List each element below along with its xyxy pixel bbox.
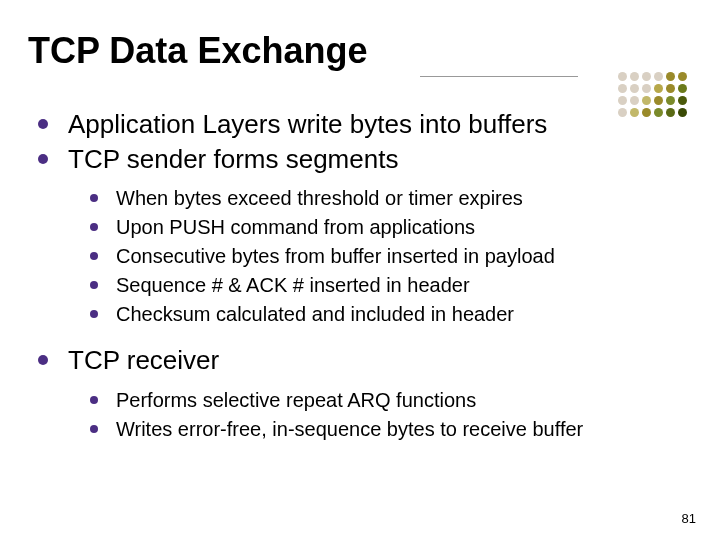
content-area: Application Layers write bytes into buff… [36,108,676,451]
slide-title: TCP Data Exchange [28,30,367,72]
bullet-item: TCP sender forms segments When bytes exc… [36,143,676,329]
bullet-item: TCP receiver Performs selective repeat A… [36,344,676,443]
sub-bullet-item: Writes error-free, in-sequence bytes to … [88,416,676,443]
bullet-list: Application Layers write bytes into buff… [36,108,676,443]
decor-dot [654,96,663,105]
sub-bullet-item: Performs selective repeat ARQ functions [88,387,676,414]
decor-dot [666,84,675,93]
sub-bullet-text: Upon PUSH command from applications [116,216,475,238]
sub-bullet-text: Consecutive bytes from buffer inserted i… [116,245,555,267]
decor-dot [642,72,651,81]
sub-bullet-text: Checksum calculated and included in head… [116,303,514,325]
slide: TCP Data Exchange Application Layers wri… [0,0,720,540]
decor-dot [630,96,639,105]
decor-dot [630,72,639,81]
sub-bullet-text: Performs selective repeat ARQ functions [116,389,476,411]
decor-dot [678,72,687,81]
sub-bullet-list: Performs selective repeat ARQ functions … [68,387,676,443]
decor-dot [618,72,627,81]
decor-dot [678,84,687,93]
decor-dot [678,108,687,117]
spacer [36,336,676,342]
sub-bullet-item: Upon PUSH command from applications [88,214,676,241]
decor-dot [654,72,663,81]
bullet-text: TCP receiver [68,345,219,375]
bullet-text: TCP sender forms segments [68,144,398,174]
page-number: 81 [682,511,696,526]
sub-bullet-item: Checksum calculated and included in head… [88,301,676,328]
decor-dot [630,84,639,93]
sub-bullet-text: Sequence # & ACK # inserted in header [116,274,470,296]
sub-bullet-text: When bytes exceed threshold or timer exp… [116,187,523,209]
decor-dot [618,84,627,93]
sub-bullet-item: Sequence # & ACK # inserted in header [88,272,676,299]
decor-dot [666,96,675,105]
title-underline [420,76,578,77]
decor-dot [618,96,627,105]
sub-bullet-item: When bytes exceed threshold or timer exp… [88,185,676,212]
sub-bullet-list: When bytes exceed threshold or timer exp… [68,185,676,328]
sub-bullet-item: Consecutive bytes from buffer inserted i… [88,243,676,270]
bullet-text: Application Layers write bytes into buff… [68,109,547,139]
decor-dot [678,96,687,105]
bullet-item: Application Layers write bytes into buff… [36,108,676,141]
decor-dot [642,96,651,105]
decor-dot [642,84,651,93]
decor-dot [654,84,663,93]
sub-bullet-text: Writes error-free, in-sequence bytes to … [116,418,583,440]
decor-dot [666,72,675,81]
